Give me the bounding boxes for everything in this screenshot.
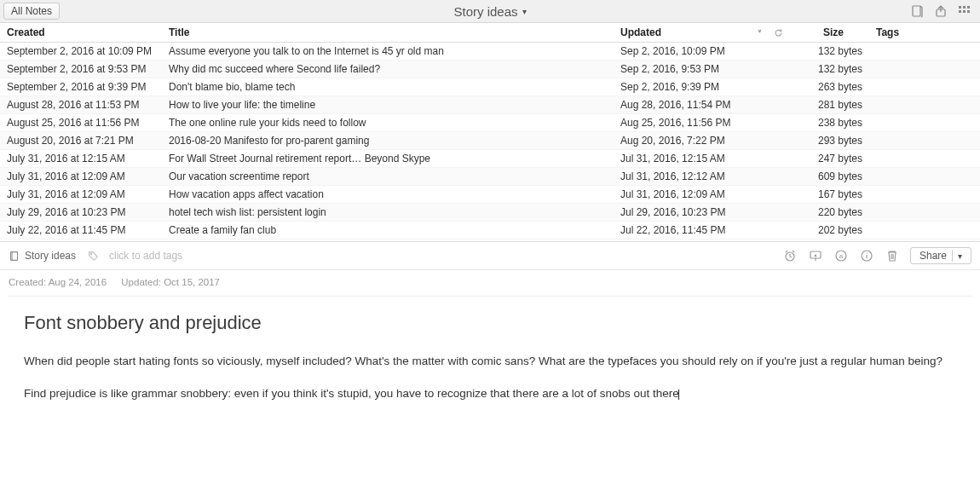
cell-created: July 22, 2016 at 11:45 PM [0, 224, 162, 236]
note-icon[interactable] [910, 4, 924, 18]
note-list: September 2, 2016 at 10:09 PMAssume ever… [0, 43, 980, 240]
grid-icon[interactable] [958, 4, 971, 18]
cell-size: 132 bytes [784, 45, 869, 57]
table-row[interactable]: July 29, 2016 at 10:23 PMhotel tech wish… [0, 204, 980, 222]
annotate-icon[interactable]: a [833, 248, 849, 263]
cell-title: 2016-08-20 Manifesto for pro-parent gami… [162, 135, 614, 147]
cell-updated: Jul 22, 2016, 11:45 PM [614, 224, 767, 236]
svg-rect-3 [963, 6, 966, 9]
cell-title: Our vacation screentime report [162, 170, 614, 182]
note-created-label: Created: Aug 24, 2016 [9, 277, 107, 287]
add-tags-input[interactable]: click to add tags [109, 250, 182, 262]
table-row[interactable]: August 25, 2016 at 11:56 PMThe one onlin… [0, 114, 980, 132]
svg-rect-2 [959, 6, 961, 9]
cell-created: July 29, 2016 at 10:23 PM [0, 206, 162, 218]
table-row[interactable]: August 20, 2016 at 7:21 PM2016-08-20 Man… [0, 132, 980, 150]
cell-updated: Sep 2, 2016, 9:39 PM [614, 81, 767, 93]
header-created[interactable]: Created [0, 26, 162, 38]
svg-rect-0 [913, 6, 920, 16]
present-icon[interactable] [808, 248, 823, 263]
share-button[interactable]: Share ▾ [910, 247, 971, 264]
table-row[interactable]: September 2, 2016 at 10:09 PMAssume ever… [0, 43, 980, 61]
cell-size: 281 bytes [784, 99, 869, 111]
cell-title: For Wall Street Journal retirement repor… [162, 153, 614, 164]
trash-icon[interactable] [885, 248, 900, 263]
cell-title: The one online rule your kids need to fo… [162, 117, 614, 129]
cell-size: 202 bytes [784, 224, 869, 236]
share-button-label: Share [919, 250, 947, 262]
note-dates: Created: Aug 24, 2016 Updated: Oct 15, 2… [0, 270, 980, 287]
cell-updated: Jul 31, 2016, 12:12 AM [614, 170, 767, 182]
svg-rect-4 [967, 6, 970, 9]
header-refresh[interactable] [767, 28, 784, 38]
cell-size: 247 bytes [784, 153, 869, 164]
note-paragraph[interactable]: When did people start hating fonts so vi… [24, 353, 956, 370]
cell-updated: Jul 29, 2016, 10:23 PM [614, 206, 767, 218]
cell-created: August 20, 2016 at 7:21 PM [0, 135, 162, 147]
cell-updated: Jul 31, 2016, 12:09 AM [614, 188, 767, 200]
header-size[interactable]: Size [784, 26, 869, 38]
table-row[interactable]: August 28, 2016 at 11:53 PMHow to live y… [0, 96, 980, 114]
table-row[interactable]: July 31, 2016 at 12:15 AMFor Wall Street… [0, 150, 980, 168]
cell-title: Assume everyone you talk to on the Inter… [162, 45, 614, 57]
note-title[interactable]: Font snobbery and prejudice [24, 312, 956, 334]
chevron-down-icon: ▾ [958, 251, 962, 261]
cell-updated: Aug 20, 2016, 7:22 PM [614, 135, 767, 147]
cell-size: 238 bytes [784, 117, 869, 129]
notebook-icon [9, 251, 20, 262]
cell-title: How vacation apps affect vacation [162, 188, 614, 200]
cell-updated: Aug 25, 2016, 11:56 PM [614, 117, 767, 129]
svg-point-10 [90, 253, 92, 255]
table-row[interactable]: September 2, 2016 at 9:39 PMDon't blame … [0, 78, 980, 96]
cell-size: 609 bytes [784, 170, 869, 182]
cell-size: 220 bytes [784, 206, 869, 218]
table-row[interactable]: July 31, 2016 at 12:09 AMHow vacation ap… [0, 186, 980, 204]
notebook-title-label: Story ideas [453, 4, 517, 19]
notebook-title-dropdown[interactable]: Story ideas ▾ [453, 4, 526, 19]
svg-text:a: a [839, 252, 844, 260]
cell-updated: Aug 28, 2016, 11:54 PM [614, 99, 767, 111]
cell-size: 132 bytes [784, 63, 869, 75]
cell-title: Don't blame bio, blame tech [162, 81, 614, 93]
cell-created: July 31, 2016 at 12:09 AM [0, 170, 162, 182]
divider [952, 250, 953, 262]
svg-point-17 [866, 252, 867, 253]
notebook-chip[interactable]: Story ideas [25, 250, 76, 262]
chevron-down-icon: ▾ [522, 7, 527, 16]
svg-rect-6 [963, 10, 966, 13]
note-editor[interactable]: Font snobbery and prejudice When did peo… [0, 297, 980, 401]
header-title[interactable]: Title [162, 26, 614, 38]
cell-title: hotel tech wish list: persistent login [162, 206, 614, 218]
header-updated[interactable]: Updated ˅ [614, 26, 767, 38]
column-headers: Created Title Updated ˅ Size Tags [0, 23, 980, 43]
header-tags[interactable]: Tags [869, 26, 980, 38]
all-notes-button[interactable]: All Notes [3, 3, 60, 20]
cell-size: 263 bytes [784, 81, 869, 93]
tag-icon [88, 251, 99, 262]
cell-title: Why did mc succeed where Second life fai… [162, 63, 614, 75]
svg-rect-7 [967, 10, 970, 13]
note-paragraph[interactable]: Find prejudice is like grammar snobbery:… [24, 385, 956, 402]
sort-descending-icon: ˅ [758, 29, 762, 38]
svg-rect-5 [959, 10, 961, 13]
info-icon[interactable] [859, 248, 874, 263]
table-row[interactable]: July 22, 2016 at 11:45 PMCreate a family… [0, 222, 980, 240]
share-icon[interactable] [934, 4, 948, 18]
table-row[interactable]: September 2, 2016 at 9:53 PMWhy did mc s… [0, 61, 980, 78]
cell-created: July 31, 2016 at 12:15 AM [0, 153, 162, 164]
cell-created: August 28, 2016 at 11:53 PM [0, 99, 162, 111]
cell-title: How to live your life: the timeline [162, 99, 614, 111]
cell-size: 293 bytes [784, 135, 869, 147]
cell-created: September 2, 2016 at 10:09 PM [0, 45, 162, 57]
cell-size: 167 bytes [784, 188, 869, 200]
cell-created: September 2, 2016 at 9:53 PM [0, 63, 162, 75]
reminder-icon[interactable] [782, 248, 798, 263]
cell-updated: Sep 2, 2016, 10:09 PM [614, 45, 767, 57]
header-updated-label: Updated [620, 26, 661, 38]
cell-created: September 2, 2016 at 9:39 PM [0, 81, 162, 93]
cell-updated: Sep 2, 2016, 9:53 PM [614, 63, 767, 75]
toolbar: All Notes Story ideas ▾ [0, 0, 980, 23]
table-row[interactable]: July 31, 2016 at 12:09 AMOur vacation sc… [0, 168, 980, 186]
cell-created: July 31, 2016 at 12:09 AM [0, 188, 162, 200]
note-updated-label: Updated: Oct 15, 2017 [121, 277, 220, 287]
